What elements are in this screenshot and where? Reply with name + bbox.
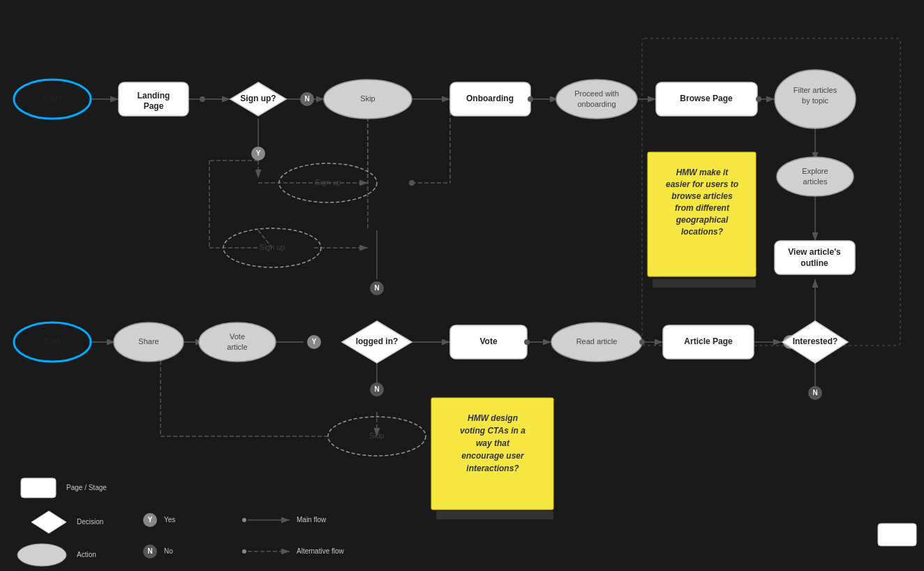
skip-bottom-label: Skip bbox=[369, 431, 384, 440]
start-label: Start bbox=[43, 94, 61, 103]
legend-y-label: Y bbox=[148, 516, 153, 524]
legend-y-text: Yes bbox=[164, 516, 175, 524]
dot2 bbox=[528, 96, 533, 102]
hmw-sticky-bottom-text2: voting CTAs in a bbox=[460, 426, 526, 436]
hmw-sticky-top-text4: from different bbox=[675, 203, 730, 213]
browse-page-label: Browse Page bbox=[680, 94, 733, 103]
dot4 bbox=[524, 339, 530, 345]
vote-label: Vote bbox=[479, 336, 497, 346]
end-label: End bbox=[45, 336, 61, 346]
legend-action-label: Action bbox=[77, 551, 96, 558]
legend-decision-label: Decision bbox=[77, 518, 103, 526]
legend-main-dot bbox=[242, 518, 246, 522]
legend-decision-shape bbox=[31, 511, 66, 533]
hmw-sticky-top-text2: easier for users to bbox=[666, 179, 738, 189]
hmw-sticky-top-text5: geographical bbox=[676, 215, 729, 225]
explore-articles-label2: articles bbox=[803, 177, 828, 186]
vote-article-label2: article bbox=[227, 343, 247, 351]
canvas: Start Landing Page Sign up? N Y Skip Onb… bbox=[0, 0, 924, 571]
view-outline-label1: View article's bbox=[788, 247, 841, 257]
interested-decision-label: Interested? bbox=[793, 336, 838, 346]
read-article-label: Read article bbox=[576, 337, 618, 346]
flowchart: Start Landing Page Sign up? N Y Skip Onb… bbox=[0, 0, 924, 571]
article-page-label: Article Page bbox=[684, 336, 733, 346]
share-label: Share bbox=[138, 337, 158, 346]
dot3 bbox=[756, 96, 761, 102]
legend-page-label: Page / Stage bbox=[66, 484, 107, 491]
hmw-sticky-bottom-shadow bbox=[436, 511, 553, 519]
landing-page-label2: Page bbox=[144, 101, 164, 111]
bottom-right-panel bbox=[878, 524, 916, 546]
n-badge-loggedin-label: N bbox=[374, 385, 379, 393]
legend-main-label: Main flow bbox=[297, 516, 327, 524]
filter-articles-label1: Filter articles bbox=[793, 86, 837, 94]
dot1 bbox=[200, 96, 205, 102]
proceed-onboarding-label2: onboarding bbox=[577, 100, 616, 108]
proceed-onboarding-label1: Proceed with bbox=[574, 89, 619, 98]
hmw-sticky-bottom-text3: way that bbox=[476, 438, 510, 448]
hmw-sticky-bottom-text1: HMW design bbox=[468, 413, 518, 423]
view-outline-label2: outline bbox=[800, 258, 828, 268]
n-badge-signup-label: N bbox=[304, 95, 309, 103]
hmw-sticky-top-shadow bbox=[653, 279, 756, 288]
legend-n-text: No bbox=[164, 547, 173, 555]
signup-alt-top-label: Sign up bbox=[315, 178, 341, 186]
legend-n-label: N bbox=[147, 547, 152, 555]
signup-alt-mid-label: Sign up bbox=[259, 243, 285, 251]
y-badge-signup-label: Y bbox=[256, 149, 261, 157]
landing-page-label: Landing bbox=[137, 91, 170, 101]
n-badge-interested-label: N bbox=[812, 389, 817, 396]
signup-decision-label: Sign up? bbox=[240, 94, 276, 103]
skip-top-label: Skip bbox=[360, 94, 375, 103]
hmw-sticky-top-text3: browse articles bbox=[671, 191, 733, 201]
n-badge-mid-label: N bbox=[374, 284, 379, 292]
legend-alt-dot bbox=[242, 549, 246, 554]
hmw-sticky-top-text6: locations? bbox=[681, 227, 724, 237]
legend-alt-label: Alternative flow bbox=[297, 547, 345, 555]
hmw-sticky-bottom-text5: interactions? bbox=[466, 464, 519, 473]
vote-article-label1: Vote bbox=[230, 332, 245, 341]
loggedin-decision-label: logged in? bbox=[356, 336, 398, 346]
y-badge-loggedin-label: Y bbox=[312, 338, 317, 346]
onboarding-label: Onboarding bbox=[466, 94, 514, 103]
hmw-sticky-top-text1: HMW make it bbox=[676, 168, 729, 177]
dot-signup-top bbox=[409, 180, 415, 186]
filter-articles-label2: by topic bbox=[802, 96, 828, 105]
hmw-sticky-bottom-text4: encourage user bbox=[461, 451, 525, 461]
explore-articles-label1: Explore bbox=[802, 167, 828, 175]
view-outline-node bbox=[775, 241, 855, 274]
legend-page-rect bbox=[21, 478, 56, 498]
dot5 bbox=[639, 339, 645, 345]
legend-action-shape bbox=[17, 544, 66, 566]
